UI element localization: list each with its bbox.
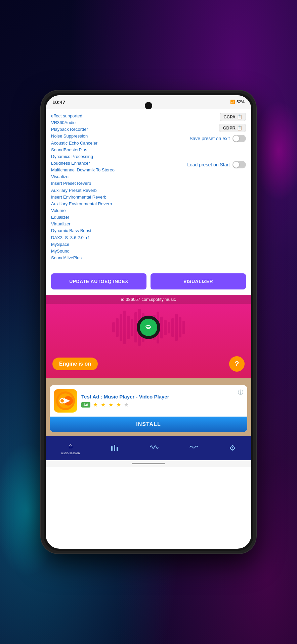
load-preset-label: Load preset on Start: [187, 162, 230, 167]
wave-bar: [160, 317, 163, 338]
phone-screen: 10:47 📶 52% effect supported: VR360Audio…: [46, 95, 251, 549]
player-controls: Engine is on ?: [46, 351, 251, 378]
wave-bar: [179, 317, 181, 337]
player-id-bar: id 386057 com.spotify.music: [46, 295, 251, 304]
home-icon: ⌂: [68, 441, 73, 450]
phone-wrapper: 10:47 📶 52% effect supported: VR360Audio…: [41, 91, 256, 553]
update-autoeq-button[interactable]: UPDATE AUTOEQ INDEX: [51, 273, 146, 289]
save-preset-label: Save preset on exit: [189, 136, 230, 141]
effect-dynamics: Dynamics Processing: [51, 153, 185, 160]
effects-list: effect supported: VR360Audio Playback Re…: [51, 113, 185, 261]
player-section: id 386057 com.spotify.music: [46, 295, 251, 378]
save-preset-toggle[interactable]: [232, 135, 246, 142]
wave-bar: [175, 314, 178, 341]
spotify-icon: [137, 316, 160, 339]
wave2-icon: [189, 443, 198, 453]
ad-app-icon: [54, 389, 77, 413]
action-buttons-row: UPDATE AUTOEQ INDEX VISUALIZER: [46, 268, 251, 295]
wave-bar: [116, 318, 119, 337]
signal-icon: 📶: [230, 100, 235, 104]
load-preset-toggle[interactable]: [232, 161, 246, 168]
help-button[interactable]: ?: [229, 356, 245, 372]
ccpa-icon: 📋: [237, 114, 242, 119]
effect-volume: Volume: [51, 207, 185, 214]
wave-bar: [164, 320, 167, 335]
ad-badge: Ad: [81, 402, 90, 408]
wave-bar: [127, 316, 130, 339]
effect-loudness: Loudness Enhancer: [51, 160, 185, 167]
camera-notch: [145, 102, 152, 109]
gdpr-icon: 📋: [237, 125, 242, 130]
effect-mysound: MySound: [51, 248, 185, 255]
waveform-area: [46, 304, 251, 351]
effect-playback-recorder: Playback Recorder: [51, 126, 185, 133]
ad-title: Test Ad : Music Player - Video Player: [81, 394, 234, 399]
effect-myspace: MySpace: [51, 241, 185, 248]
effect-virtualizer: Virtualizer: [51, 221, 185, 227]
effect-echo-canceler: Acoustic Echo Canceler: [51, 140, 185, 147]
nav-item-settings[interactable]: ⚙: [229, 444, 236, 452]
svg-rect-8: [114, 445, 115, 451]
effects-panel: effect supported: VR360Audio Playback Re…: [46, 109, 251, 268]
install-button[interactable]: INSTALL: [50, 417, 247, 432]
svg-point-6: [60, 399, 64, 402]
effect-dax3: DAX3_S_3.6.2.0_r1: [51, 234, 185, 241]
svg-rect-7: [111, 446, 113, 451]
ad-app-icon-svg: [55, 391, 76, 411]
ad-section: Test Ad : Music Player - Video Player Ad…: [46, 378, 251, 436]
effects-header-row: effect supported: VR360Audio Playback Re…: [51, 113, 246, 261]
settings-icon: ⚙: [229, 444, 236, 452]
status-icons: 📶 52%: [230, 100, 245, 104]
nav-item-equalizer[interactable]: [111, 443, 119, 453]
save-preset-row: Save preset on exit: [189, 135, 246, 142]
waveform-icon: [150, 443, 159, 453]
ccpa-label: CCPA: [223, 114, 236, 119]
gdpr-label: GDPR: [223, 125, 236, 130]
effect-noise-suppression: Noise Suppression: [51, 133, 185, 140]
star-3: ★: [109, 401, 114, 408]
wave-bar: [171, 318, 174, 337]
wave-bar: [182, 321, 185, 334]
right-controls: CCPA 📋 GDPR 📋 Save preset on exit: [185, 113, 246, 168]
ad-meta: Ad ★ ★ ★ ★ ★: [81, 401, 234, 408]
nav-label-audio-session: audio session: [61, 451, 80, 455]
svg-rect-9: [117, 447, 118, 451]
effects-header-label: effect supported:: [51, 113, 185, 119]
wave-bar: [120, 314, 122, 341]
ad-info: Test Ad : Music Player - Video Player Ad…: [81, 394, 234, 408]
effect-equalizer: Equalizer: [51, 214, 185, 221]
nav-item-effects[interactable]: [150, 443, 159, 453]
status-time: 10:47: [52, 99, 65, 105]
equalizer-icon: [111, 443, 119, 453]
bottom-nav: ⌂ audio session: [46, 436, 251, 460]
effect-soundbooster: SoundBoosterPlus: [51, 147, 185, 153]
ccpa-button[interactable]: CCPA 📋: [220, 113, 246, 121]
screen-content: effect supported: VR360Audio Playback Re…: [46, 109, 251, 549]
effect-insert-reverb: Insert Preset Reverb: [51, 180, 185, 187]
home-indicator: [46, 460, 251, 467]
visualizer-button[interactable]: VISUALIZER: [151, 273, 246, 289]
effect-aux-env-reverb: Auxiliary Environmental Reverb: [51, 201, 185, 207]
effect-aux-reverb: Auxiliary Preset Reverb: [51, 187, 185, 194]
star-5: ★: [124, 401, 129, 408]
wave-bar: [112, 322, 115, 332]
nav-item-audio-session[interactable]: ⌂ audio session: [61, 441, 80, 455]
battery-text: 52%: [237, 100, 245, 104]
star-2: ★: [101, 401, 106, 408]
wave-bar: [168, 322, 170, 333]
effect-insert-env-reverb: Insert Environmental Reverb: [51, 194, 185, 201]
nav-item-reverb[interactable]: [189, 443, 198, 453]
load-preset-row: Load preset on Start: [187, 161, 246, 168]
ad-card-content: Test Ad : Music Player - Video Player Ad…: [50, 385, 247, 417]
effect-bass-boost: Dynamic Bass Boost: [51, 227, 185, 234]
star-4: ★: [116, 401, 121, 408]
engine-status-badge[interactable]: Engine is on: [52, 358, 98, 370]
home-bar: [132, 463, 165, 464]
wave-bar: [123, 311, 126, 344]
ad-info-icon[interactable]: ⓘ: [238, 389, 243, 396]
gdpr-button[interactable]: GDPR 📋: [219, 124, 246, 132]
spotify-logo: [143, 322, 154, 333]
effect-visualizer: Visualizer: [51, 173, 185, 180]
effect-multichannel: Multichannel Downmix To Stereo: [51, 167, 185, 173]
spotify-inner: [140, 319, 157, 336]
